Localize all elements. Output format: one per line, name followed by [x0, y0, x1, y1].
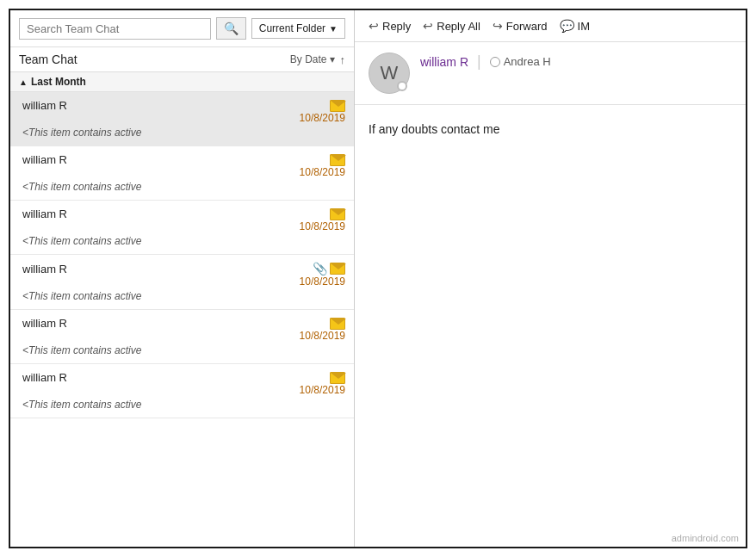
search-bar: 🔍 Current Folder ▼ [10, 10, 354, 47]
forward-label: Forward [506, 20, 548, 33]
avatar-letter: W [381, 62, 399, 84]
list-item[interactable]: william R10/8/2019<This item contains ac… [10, 201, 354, 255]
header-info: william R | Andrea H [420, 53, 732, 71]
section-title: Last Month [31, 76, 86, 88]
message-icons [330, 154, 345, 166]
header-separator: | [477, 53, 481, 71]
search-input[interactable] [19, 18, 211, 40]
sort-by-date-button[interactable]: By Date ▾ [290, 53, 335, 65]
list-item[interactable]: william R10/8/2019<This item contains ac… [10, 364, 354, 418]
message-preview: <This item contains active [22, 290, 345, 302]
search-icon: 🔍 [224, 22, 239, 35]
forward-icon: ↪ [493, 19, 503, 33]
reply-button[interactable]: ↩ Reply [365, 17, 414, 34]
from-name: william R [420, 55, 468, 69]
message-icons [330, 318, 345, 330]
im-button[interactable]: 💬 IM [556, 17, 593, 34]
sender-name: william R [22, 153, 67, 166]
forward-button[interactable]: ↪ Forward [489, 17, 551, 34]
message-preview: <This item contains active [22, 399, 345, 411]
avatar: W [369, 53, 410, 94]
sender-name: william R [22, 99, 67, 112]
email-icon [330, 208, 345, 220]
folder-label: Current Folder [259, 22, 325, 34]
to-label: Andrea H [504, 55, 551, 68]
sender-name: william R [22, 317, 67, 330]
message-icons [330, 100, 345, 112]
message-date: 10/8/2019 [300, 275, 345, 288]
message-icons: 📎 [313, 262, 345, 275]
reply-all-icon: ↩ [423, 19, 433, 33]
reply-icon: ↩ [369, 19, 379, 33]
message-date: 10/8/2019 [300, 166, 345, 178]
list-header: Team Chat By Date ▾ ↑ [10, 47, 354, 72]
email-header: W william R | Andrea H [355, 42, 746, 105]
email-body: If any doubts contact me [355, 105, 746, 529]
section-label: ▲ Last Month [10, 72, 354, 92]
email-icon [330, 154, 345, 166]
left-panel: 🔍 Current Folder ▼ Team Chat By Date ▾ ↑ [10, 10, 355, 547]
right-panel: ↩ Reply ↩ Reply All ↪ Forward 💬 IM [355, 10, 746, 547]
reply-all-label: Reply All [437, 20, 480, 33]
reply-label: Reply [382, 20, 411, 33]
watermark: admindroid.com [355, 529, 746, 547]
im-icon: 💬 [560, 19, 574, 33]
panel-title: Team Chat [19, 53, 77, 66]
email-icon [330, 372, 345, 384]
body-text: If any doubts contact me [369, 122, 732, 136]
sort-controls: By Date ▾ ↑ [290, 53, 345, 66]
im-label: IM [578, 20, 590, 33]
folder-selector[interactable]: Current Folder ▼ [251, 18, 345, 39]
to-name: Andrea H [490, 55, 551, 68]
list-item[interactable]: william R10/8/2019<This item contains ac… [10, 92, 354, 146]
sort-label: By Date [290, 53, 327, 65]
message-preview: <This item contains active [22, 344, 345, 356]
search-button[interactable]: 🔍 [216, 17, 246, 40]
message-date: 10/8/2019 [300, 330, 345, 342]
section-collapse-icon[interactable]: ▲ [19, 77, 28, 87]
to-status-icon [490, 57, 500, 67]
message-list: william R10/8/2019<This item contains ac… [10, 92, 354, 547]
message-preview: <This item contains active [22, 181, 345, 193]
sort-order-button[interactable]: ↑ [340, 53, 346, 66]
message-preview: <This item contains active [22, 127, 345, 139]
sort-chevron-icon: ▾ [330, 53, 335, 65]
message-icons [330, 208, 345, 220]
message-date: 10/8/2019 [300, 112, 345, 124]
reply-all-button[interactable]: ↩ Reply All [419, 17, 484, 34]
message-date: 10/8/2019 [300, 220, 345, 232]
email-icon [330, 263, 345, 275]
sender-name: william R [22, 207, 67, 220]
email-icon [330, 100, 345, 112]
message-date: 10/8/2019 [300, 384, 345, 396]
avatar-status-indicator [397, 81, 407, 91]
list-item[interactable]: william R10/8/2019<This item contains ac… [10, 146, 354, 201]
folder-chevron-icon: ▼ [329, 24, 338, 34]
message-icons [330, 372, 345, 384]
attachment-icon: 📎 [313, 262, 327, 275]
list-item[interactable]: william R10/8/2019<This item contains ac… [10, 310, 354, 364]
sender-name: william R [22, 263, 67, 275]
email-icon [330, 318, 345, 330]
header-names: william R | Andrea H [420, 53, 732, 71]
toolbar: ↩ Reply ↩ Reply All ↪ Forward 💬 IM [355, 10, 746, 42]
message-preview: <This item contains active [22, 235, 345, 247]
sender-name: william R [22, 371, 67, 384]
list-item[interactable]: william R📎10/8/2019<This item contains a… [10, 255, 354, 310]
